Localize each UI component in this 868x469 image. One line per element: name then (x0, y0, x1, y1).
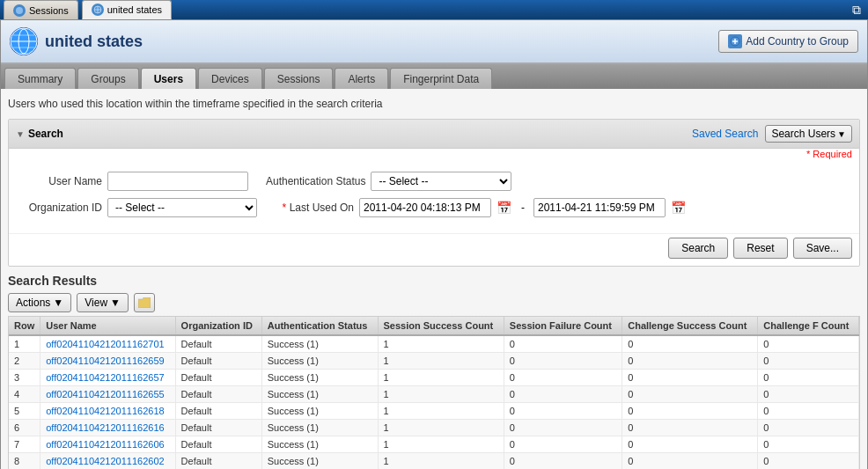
table-row: 7 off02041104212011162606 Default Succes… (9, 436, 859, 453)
user-name-label: User Name (23, 175, 102, 187)
org-id-label: Organization ID (23, 202, 102, 214)
nav-tab-groups[interactable]: Groups (77, 68, 138, 89)
page-title: united states (45, 33, 718, 51)
org-id-select[interactable]: -- Select -- Default (107, 198, 257, 217)
col-session-failure: Session Failure Count (504, 317, 622, 335)
search-row-1: User Name Authentication Status -- Selec… (23, 172, 845, 191)
nav-tab-summary[interactable]: Summary (4, 68, 76, 89)
col-challenge-success: Challenge Success Count (622, 317, 758, 335)
col-row: Row (9, 317, 40, 335)
add-country-icon (728, 34, 742, 48)
search-actions: Search Reset Save... (9, 233, 859, 266)
table-row: 8 off02041104212011162602 Default Succes… (9, 453, 859, 470)
table-row: 2 off02041104212011162659 Default Succes… (9, 353, 859, 370)
folder-button[interactable] (134, 293, 155, 312)
user-name-input[interactable] (107, 172, 248, 191)
table-row: 4 off02041104212011162655 Default Succes… (9, 386, 859, 403)
app-logo (10, 27, 38, 55)
united-states-tab-label: united states (107, 4, 162, 15)
search-row-2: Organization ID -- Select -- Default Las… (23, 198, 845, 217)
results-section: Search Results Actions ▼ View ▼ (8, 274, 860, 469)
calendar-from-icon[interactable]: 📅 (495, 199, 512, 216)
col-challenge-failure: Challenge F Count (758, 317, 859, 335)
nav-tab-alerts[interactable]: Alerts (335, 68, 388, 89)
last-used-label: Last Used On (275, 202, 354, 214)
sessions-tab-icon (13, 4, 26, 17)
sessions-tab-label: Sessions (29, 5, 69, 16)
table-row: 5 off02041104212011162618 Default Succes… (9, 403, 859, 420)
nav-tab-devices[interactable]: Devices (198, 68, 262, 89)
saved-search-link[interactable]: Saved Search (692, 128, 758, 140)
date-to-input[interactable] (533, 198, 666, 217)
org-id-group: Organization ID -- Select -- Default (23, 198, 257, 217)
main-window: united states Add Country to Group Summa… (0, 19, 868, 469)
nav-tab-sessions[interactable]: Sessions (264, 68, 334, 89)
content-area: Users who used this location within the … (1, 89, 867, 469)
date-to-group: 📅 (533, 198, 687, 217)
auth-status-label: Authentication Status (266, 175, 365, 187)
col-username: User Name (40, 317, 175, 335)
actions-dropdown-icon: ▼ (53, 297, 63, 309)
last-used-group: Last Used On 📅 - 📅 (275, 198, 687, 217)
actions-button[interactable]: Actions ▼ (8, 293, 71, 312)
table-row: 3 off02041104212011162657 Default Succes… (9, 370, 859, 386)
search-button[interactable]: Search (668, 238, 728, 259)
col-orgid: Organization ID (175, 317, 261, 335)
add-country-label: Add Country to Group (746, 35, 849, 48)
tab-sessions[interactable]: Sessions (4, 0, 78, 19)
calendar-to-icon[interactable]: 📅 (669, 199, 687, 216)
view-button[interactable]: View ▼ (77, 293, 129, 312)
date-from-input[interactable] (359, 198, 491, 217)
auth-status-group: Authentication Status -- Select -- Succe… (266, 172, 511, 191)
required-note: * Required (9, 149, 859, 163)
search-header-right: Saved Search Search Users ▼ (692, 125, 852, 143)
search-panel: ▼ Search Saved Search Search Users ▼ * R… (8, 119, 860, 267)
nav-tabs: Summary Groups Users Devices Sessions Al… (1, 64, 867, 89)
svg-point-0 (16, 7, 23, 14)
save-button[interactable]: Save... (793, 238, 852, 259)
add-country-button[interactable]: Add Country to Group (718, 30, 858, 53)
description-text: Users who used this location within the … (8, 96, 860, 112)
window-controls[interactable]: ⧉ (852, 3, 864, 18)
col-session-success: Session Success Count (378, 317, 504, 335)
app-header: united states Add Country to Group (1, 20, 867, 64)
results-toolbar: Actions ▼ View ▼ (8, 293, 860, 312)
search-users-button[interactable]: Search Users ▼ (765, 125, 852, 143)
search-header: ▼ Search Saved Search Search Users ▼ (9, 120, 859, 149)
search-title: ▼ Search (16, 128, 63, 140)
nav-tab-fingerprint[interactable]: Fingerprint Data (390, 68, 492, 89)
date-from-group: 📅 (359, 198, 512, 217)
search-form: User Name Authentication Status -- Selec… (9, 163, 859, 233)
user-name-group: User Name (23, 172, 248, 191)
results-title: Search Results (8, 274, 860, 288)
globe-tab-icon (92, 4, 104, 16)
reset-button[interactable]: Reset (733, 238, 787, 259)
table-row: 6 off02041104212011162616 Default Succes… (9, 420, 859, 436)
results-table: Row User Name Organization ID Authentica… (8, 316, 860, 469)
collapse-icon[interactable]: ▼ (16, 129, 25, 139)
nav-tab-users[interactable]: Users (141, 68, 196, 89)
auth-status-select[interactable]: -- Select -- Success Failure (371, 172, 511, 191)
col-authstatus: Authentication Status (261, 317, 378, 335)
title-bar: Sessions united states ⧉ (0, 0, 868, 19)
view-dropdown-icon: ▼ (110, 297, 121, 309)
tab-united-states[interactable]: united states (82, 0, 172, 19)
table-row: 1 off02041104212011162701 Default Succes… (9, 335, 859, 353)
dropdown-arrow-icon: ▼ (837, 129, 846, 139)
